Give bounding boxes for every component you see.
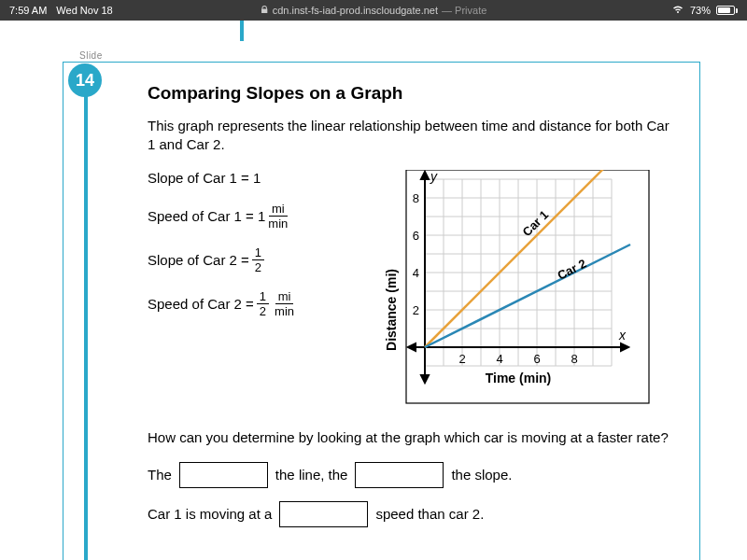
blank-input-3[interactable] <box>279 501 368 527</box>
question-text: How can you determine by looking at the … <box>148 429 673 445</box>
formula-slope-car2: Slope of Car 2 = 1 2 <box>148 246 344 273</box>
content-panel: Comparing Slopes on a Graph This graph r… <box>63 62 700 560</box>
battery-percent: 73% <box>690 5 711 16</box>
browser-url-bar: cdn.inst-fs-iad-prod.inscloudgate.net — … <box>261 5 487 16</box>
formula-slope-car1: Slope of Car 1 = 1 <box>148 170 344 186</box>
svg-text:4: 4 <box>496 352 502 366</box>
svg-text:2: 2 <box>412 303 418 317</box>
url-text: cdn.inst-fs-iad-prod.inscloudgate.net <box>273 5 438 16</box>
formula-speed-car1: Speed of Car 1 = 1 mi min <box>148 203 344 230</box>
label-car1: Car 1 <box>519 207 551 239</box>
y-tick-labels: 2 4 6 8 <box>412 191 418 317</box>
lock-icon <box>261 5 269 16</box>
svg-text:6: 6 <box>412 229 418 243</box>
line-chart: Car 1 Car 2 y x 2 4 6 8 2 <box>383 170 654 413</box>
formula-list: Slope of Car 1 = 1 Speed of Car 1 = 1 mi… <box>148 170 344 413</box>
status-time: 7:59 AM <box>9 5 47 16</box>
ios-status-bar: 7:59 AM Wed Nov 18 cdn.inst-fs-iad-prod.… <box>0 0 747 21</box>
label-car2: Car 2 <box>555 256 588 282</box>
intro-text: This graph represents the linear relatio… <box>148 117 673 155</box>
gridlines <box>425 179 612 366</box>
x-axis-var: x <box>618 328 627 343</box>
page-background: Slide 14 Comparing Slopes on a Graph Thi… <box>0 21 747 560</box>
fraction-icon: 1 2 <box>252 246 264 273</box>
slide-number-badge: 14 <box>68 63 102 97</box>
decorative-stub <box>240 21 244 41</box>
formula-speed-car2: Speed of Car 2 = 1 2 mi min <box>148 290 344 317</box>
blank-input-1[interactable] <box>179 462 268 488</box>
svg-marker-24 <box>621 343 628 351</box>
svg-marker-27 <box>421 172 429 179</box>
fill-in-row-1: The the line, the the slope. <box>148 462 673 488</box>
svg-text:4: 4 <box>412 266 418 280</box>
url-suffix: — Private <box>442 5 486 16</box>
y-axis-label: Distance (mi) <box>384 269 399 351</box>
svg-marker-28 <box>421 375 429 383</box>
page-title: Comparing Slopes on a Graph <box>148 83 673 104</box>
x-axis-label: Time (min) <box>485 371 551 385</box>
svg-text:8: 8 <box>412 191 418 205</box>
y-axis-var: y <box>430 170 438 184</box>
svg-text:2: 2 <box>458 352 465 366</box>
fraction-icon: 1 2 <box>257 290 269 317</box>
blank-input-2[interactable] <box>355 462 444 488</box>
fraction-icon: mi min <box>275 290 294 317</box>
svg-text:8: 8 <box>571 352 577 366</box>
wifi-icon <box>671 3 684 18</box>
chart-container: Car 1 Car 2 y x 2 4 6 8 2 <box>362 170 673 413</box>
svg-text:6: 6 <box>533 352 540 366</box>
battery-icon <box>716 6 738 15</box>
fraction-icon: mi min <box>268 203 288 230</box>
status-date: Wed Nov 18 <box>56 5 112 16</box>
fill-in-row-2: Car 1 is moving at a speed than car 2. <box>148 501 673 527</box>
series-car2 <box>425 245 630 347</box>
svg-marker-25 <box>408 343 416 351</box>
svg-rect-0 <box>406 170 649 403</box>
slide-label: Slide <box>79 50 103 61</box>
